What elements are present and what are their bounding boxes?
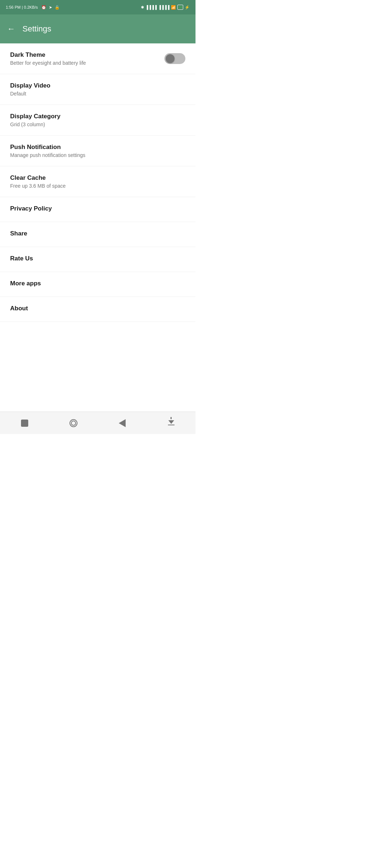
download-arrow: [168, 420, 174, 424]
setting-text-dark-theme: Dark ThemeBetter for eyesight and batter…: [10, 51, 164, 66]
setting-item-display-video[interactable]: Display VideoDefault: [0, 74, 196, 105]
setting-subtitle-push-notification: Manage push notification settings: [10, 152, 185, 158]
setting-item-clear-cache[interactable]: Clear CacheFree up 3.6 MB of space: [0, 166, 196, 197]
sim-icon: 🔒: [55, 5, 60, 9]
setting-subtitle-clear-cache: Free up 3.6 MB of space: [10, 183, 185, 189]
setting-item-display-category[interactable]: Display CategoryGrid (3 column): [0, 105, 196, 136]
setting-text-rate-us: Rate Us: [10, 255, 185, 264]
setting-title-display-category: Display Category: [10, 113, 185, 120]
toggle-dark-theme[interactable]: [164, 53, 185, 64]
setting-item-share[interactable]: Share: [0, 222, 196, 247]
setting-title-push-notification: Push Notification: [10, 144, 185, 151]
setting-text-display-video: Display VideoDefault: [10, 82, 185, 97]
setting-title-dark-theme: Dark Theme: [10, 51, 164, 59]
setting-item-dark-theme[interactable]: Dark ThemeBetter for eyesight and batter…: [0, 43, 196, 74]
settings-list: Dark ThemeBetter for eyesight and batter…: [0, 43, 196, 322]
setting-item-about[interactable]: About: [0, 297, 196, 322]
status-time-speed: 1:56 PM | 0.2KB/s ⏰ ➤ 🔒: [6, 5, 60, 10]
signal-icon: ▐▐▐▐: [146, 5, 157, 9]
bluetooth-icon: ✱: [141, 5, 144, 10]
setting-item-push-notification[interactable]: Push NotificationManage push notificatio…: [0, 136, 196, 166]
setting-title-share: Share: [10, 230, 185, 237]
recents-icon: [21, 420, 28, 427]
alarm-icon: ⏰: [41, 5, 46, 9]
status-data-speed: 0.2KB/s: [24, 5, 38, 9]
back-button[interactable]: ←: [7, 24, 15, 34]
setting-subtitle-display-category: Grid (3 column): [10, 122, 185, 127]
menu-icon: [168, 421, 175, 426]
navigation-bar: [0, 412, 196, 434]
setting-text-more-apps: More apps: [10, 280, 185, 289]
download-bar: [168, 425, 175, 426]
back-nav-button[interactable]: [114, 414, 131, 432]
setting-subtitle-display-video: Default: [10, 91, 185, 97]
setting-title-clear-cache: Clear Cache: [10, 174, 185, 182]
setting-item-privacy-policy[interactable]: Privacy Policy: [0, 197, 196, 222]
menu-button[interactable]: [163, 414, 180, 432]
setting-title-display-video: Display Video: [10, 82, 185, 89]
setting-text-privacy-policy: Privacy Policy: [10, 205, 185, 214]
app-header: ← Settings: [0, 14, 196, 43]
setting-title-rate-us: Rate Us: [10, 255, 185, 262]
home-button[interactable]: [65, 414, 82, 432]
setting-title-privacy-policy: Privacy Policy: [10, 205, 185, 212]
setting-item-rate-us[interactable]: Rate Us: [0, 247, 196, 272]
signal2-icon: ▐▐▐▐: [158, 5, 169, 9]
setting-title-about: About: [10, 305, 185, 312]
setting-text-clear-cache: Clear CacheFree up 3.6 MB of space: [10, 174, 185, 189]
setting-text-display-category: Display CategoryGrid (3 column): [10, 113, 185, 127]
charging-icon: ⚡: [185, 5, 190, 10]
back-icon: [119, 419, 126, 427]
setting-text-push-notification: Push NotificationManage push notificatio…: [10, 144, 185, 158]
status-time: 1:56 PM: [6, 5, 21, 9]
setting-item-more-apps[interactable]: More apps: [0, 272, 196, 297]
download-stem: [171, 417, 172, 419]
location-icon: ➤: [49, 5, 52, 9]
toggle-knob-dark-theme: [166, 54, 175, 63]
setting-text-about: About: [10, 305, 185, 314]
status-icons: ✱ ▐▐▐▐ ▐▐▐▐ 📶 33 ⚡: [141, 5, 190, 10]
home-icon: [70, 419, 77, 427]
page-title: Settings: [22, 24, 51, 34]
recents-button[interactable]: [16, 414, 33, 432]
setting-subtitle-dark-theme: Better for eyesight and battery life: [10, 60, 164, 66]
status-bar: 1:56 PM | 0.2KB/s ⏰ ➤ 🔒 ✱ ▐▐▐▐ ▐▐▐▐ 📶 33…: [0, 0, 196, 14]
battery-icon: 33: [177, 5, 183, 10]
wifi-icon: 📶: [171, 5, 176, 10]
setting-text-share: Share: [10, 230, 185, 239]
setting-title-more-apps: More apps: [10, 280, 185, 287]
